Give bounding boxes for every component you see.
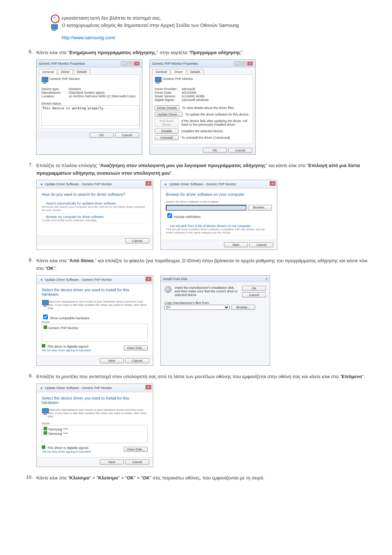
monitor-icon <box>51 24 58 31</box>
tab-details[interactable]: Details <box>187 69 204 74</box>
browse-button[interactable]: Browse... <box>231 305 255 310</box>
tab-details[interactable]: Details <box>74 69 90 74</box>
properties-dialog-general: Generic PnP Monitor Properties _□× Gener… <box>36 60 142 155</box>
have-disk-button[interactable]: Have Disk... <box>124 447 148 452</box>
list-item[interactable]: Generic PnP Monitor <box>44 325 146 330</box>
ok-button[interactable]: OK <box>90 133 114 138</box>
breadcrumb: Update Driver Software - Generic PnP Mon… <box>45 182 112 186</box>
samsung-link[interactable]: http://www.samsung.com/ <box>22 35 370 40</box>
check-icon <box>51 15 60 23</box>
step-7-text: Επιλέξτε το πλαίσιο επιλογής "Αναζήτηση … <box>36 162 370 177</box>
opt-browse-computer[interactable]: → Browse my computer for driver software… <box>42 214 148 224</box>
next-button[interactable]: Next <box>100 358 124 363</box>
back-icon[interactable]: ◄ <box>40 278 43 281</box>
update-wizard-browse: ◄ Update Driver Software - Generic PnP M… <box>160 180 277 250</box>
dialog-title: Generic PnP Monitor Properties <box>39 62 85 65</box>
update-wizard-search: ◄ Update Driver Software - Generic PnP M… <box>36 180 153 250</box>
close-icon: × <box>134 61 140 66</box>
disable-button[interactable]: Disable <box>155 129 179 134</box>
shield-icon <box>44 325 47 329</box>
intro-text: εγκατάσταση αυτή δεν βλάπτει το σύστημά … <box>62 15 370 29</box>
monitor-icon <box>41 77 49 84</box>
browse-button[interactable]: Browse... <box>248 205 272 211</box>
list-item[interactable]: Samsung **** <box>44 431 146 436</box>
step-6-num: 6. <box>22 49 36 54</box>
cancel-button[interactable]: Cancel <box>125 238 149 243</box>
step-8-text: Κάντε κλικ στο "Από δίσκο." και επιλέξτε… <box>36 257 370 272</box>
next-button[interactable]: Next <box>100 459 124 465</box>
breadcrumb: Update Driver Software - Generic PnP Mon… <box>45 386 112 390</box>
signing-info-link[interactable]: Tell me why driver signing is important <box>42 349 91 352</box>
close-icon: × <box>266 277 268 281</box>
back-icon[interactable]: ◄ <box>40 182 43 186</box>
update-wizard-select-model: ◄ Update Driver Software - Generic PnP M… <box>36 384 153 467</box>
update-wizard-select: ◄ Update Driver Software - Generic PnP M… <box>36 275 153 366</box>
dialog-title: Generic PnP Monitor Properties <box>152 62 198 65</box>
max-icon: □ <box>127 61 133 66</box>
close-icon[interactable]: × <box>270 181 275 186</box>
install-from-disk-dialog: Install From Disk × Insert the manufactu… <box>160 275 270 366</box>
cancel-button[interactable]: Cancel <box>115 133 139 138</box>
shield-icon <box>42 445 45 449</box>
cancel-button[interactable]: Cancel <box>242 292 266 297</box>
drive-combo[interactable]: D:\ <box>164 305 230 310</box>
step-7-num: 7. <box>22 162 36 167</box>
step-9-text: Επιλέξτε το μοντέλο που αντιστοιχεί στον… <box>36 373 370 381</box>
show-compatible-checkbox[interactable]: Show compatible hardware <box>42 316 89 320</box>
disk-icon <box>164 286 172 293</box>
location-input[interactable] <box>166 205 246 211</box>
tab-general[interactable]: General <box>152 69 170 74</box>
next-button[interactable]: Next <box>224 242 248 247</box>
model-list[interactable]: Samsung **** Samsung **** <box>42 425 148 443</box>
cancel-button[interactable]: Cancel <box>228 148 252 153</box>
step-8-num: 8. <box>22 257 36 263</box>
step-6-text: Κάντε κλικ στο "Ενημέρωση προγράμματος ο… <box>36 49 370 57</box>
shield-icon <box>42 344 45 348</box>
tab-driver[interactable]: Driver <box>58 69 73 74</box>
tab-general[interactable]: General <box>39 69 57 74</box>
back-icon[interactable]: ◄ <box>40 386 43 390</box>
shield-icon <box>44 431 47 435</box>
include-subfolders-checkbox[interactable]: Include subfolders <box>166 215 201 219</box>
model-list[interactable]: Generic PnP Monitor <box>42 324 148 342</box>
max-icon: □ <box>241 61 246 66</box>
cancel-button[interactable]: Cancel <box>125 459 149 465</box>
min-icon: _ <box>121 61 127 66</box>
ok-button[interactable]: OK <box>203 148 227 153</box>
step-9-num: 9. <box>22 373 36 378</box>
dialog-title: Install From Disk <box>163 277 187 281</box>
close-icon[interactable]: × <box>146 277 151 281</box>
tab-driver[interactable]: Driver <box>171 69 186 74</box>
opt-auto-search[interactable]: → Search automatically for updated drive… <box>42 200 148 214</box>
step-10-text: Κάντε κλικ στο "Κλείσιμο" > "Κλείσιμο" >… <box>36 474 370 482</box>
shield-icon <box>44 427 47 430</box>
ok-button[interactable]: OK <box>242 286 266 291</box>
driver-details-button[interactable]: Driver Details <box>155 105 179 110</box>
cancel-button[interactable]: Cancel <box>249 242 273 247</box>
breadcrumb: Update Driver Software - Generic PnP Mon… <box>169 182 236 186</box>
device-status: This device is working properly. <box>41 105 139 126</box>
list-item[interactable]: Samsung **** <box>44 427 146 431</box>
monitor-icon <box>42 408 45 415</box>
step-10-num: 10. <box>22 474 36 480</box>
monitor-icon <box>155 77 162 84</box>
close-icon[interactable]: × <box>146 181 151 186</box>
back-icon[interactable]: ◄ <box>164 182 167 186</box>
min-icon: _ <box>234 61 240 66</box>
monitor-icon <box>42 300 45 307</box>
signing-info-link[interactable]: Tell me why driver signing is important <box>42 450 91 453</box>
cancel-button[interactable]: Cancel <box>125 358 149 363</box>
close-icon: × <box>247 61 253 66</box>
uninstall-button[interactable]: Uninstall <box>155 135 179 140</box>
close-icon[interactable]: × <box>146 385 151 389</box>
breadcrumb: Update Driver Software - Generic PnP Mon… <box>45 278 112 281</box>
update-driver-button[interactable]: Update Driver... <box>155 112 183 117</box>
opt-pick-list[interactable]: → Let me pick from a list of device driv… <box>166 223 272 236</box>
have-disk-button[interactable]: Have Disk... <box>124 345 148 351</box>
rollback-button: Roll Back Driver <box>155 118 179 127</box>
properties-dialog-driver: Generic PnP Monitor Properties _□× Gener… <box>150 60 256 155</box>
